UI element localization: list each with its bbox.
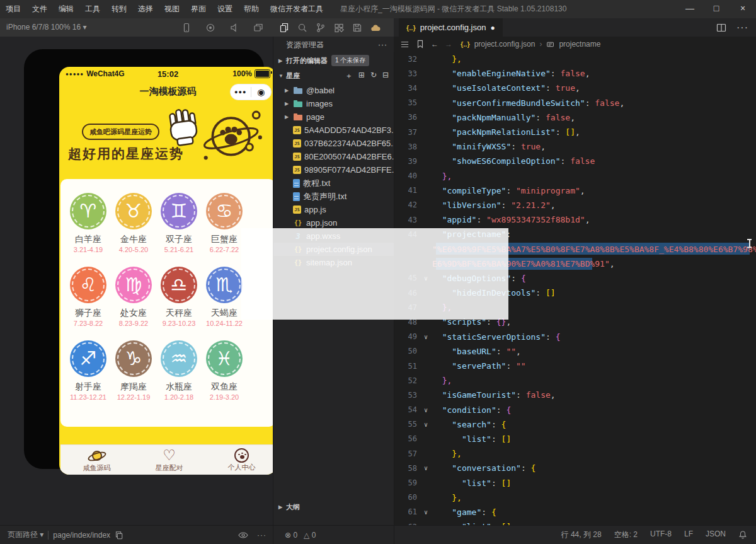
fold-chevron-icon[interactable]: ∨: [420, 421, 432, 428]
phone-icon[interactable]: [181, 23, 192, 33]
zodiac-item[interactable]: ♏ 天蝎座 10.24-11.22: [202, 267, 247, 327]
file-row[interactable]: ▶ 教程.txt: [273, 177, 394, 190]
record-icon[interactable]: [205, 23, 215, 33]
mute-icon[interactable]: [229, 23, 239, 33]
status-item[interactable]: JSON: [706, 530, 726, 540]
breadcrumb-symbol[interactable]: projectname: [559, 40, 600, 49]
zodiac-item[interactable]: ♌ 狮子座 7.23-8.22: [66, 267, 111, 327]
file-icon: [293, 99, 303, 109]
menu-item[interactable]: 视图: [159, 0, 185, 18]
collapse-all-icon[interactable]: ⊟: [382, 71, 389, 81]
menu-item[interactable]: 项目: [0, 0, 26, 18]
zodiac-item[interactable]: ♎ 天秤座 9.23-10.23: [156, 267, 202, 327]
explorer-files-icon[interactable]: [279, 23, 289, 33]
new-file-icon[interactable]: ＋: [345, 71, 353, 81]
git-branch-icon[interactable]: [316, 23, 326, 33]
more-icon[interactable]: ···: [257, 531, 266, 540]
fold-chevron-icon[interactable]: ∨: [420, 509, 432, 516]
line-number: 42: [394, 200, 420, 209]
bookmark-icon[interactable]: [416, 40, 425, 49]
fold-chevron-icon[interactable]: ∨: [420, 465, 432, 472]
code-line: 32 ∨ },: [394, 52, 756, 66]
copy-path-icon[interactable]: [115, 531, 123, 540]
tabbar-item[interactable]: 星座配对: [147, 448, 192, 475]
zodiac-item[interactable]: ♍ 处女座 8.23-9.22: [111, 267, 156, 327]
white-overlay: [241, 228, 508, 320]
fold-chevron-icon[interactable]: ∨: [420, 333, 432, 340]
new-folder-icon[interactable]: ⊞: [358, 71, 365, 81]
zodiac-item[interactable]: ♉ 金牛座 4.20-5.20: [111, 193, 156, 253]
more-actions-icon[interactable]: ···: [736, 22, 748, 33]
file-row[interactable]: ▶ JS 037B622374AD42BF65...: [273, 137, 394, 150]
zodiac-item[interactable]: ♐ 射手座 11.23-12.21: [66, 340, 111, 401]
close-target-icon[interactable]: ◉: [251, 88, 272, 96]
split-editor-icon[interactable]: [716, 23, 726, 33]
hamburger-menu-icon[interactable]: [400, 40, 410, 49]
search-icon[interactable]: [297, 23, 307, 33]
refresh-icon[interactable]: ↻: [370, 71, 377, 81]
problems-indicator[interactable]: ⊗ 0 △ 0: [285, 526, 316, 544]
menu-item[interactable]: 界面: [185, 0, 212, 18]
file-row[interactable]: ▶ JS app.js: [273, 203, 394, 216]
file-icon: JS: [293, 153, 301, 161]
status-item[interactable]: LF: [684, 530, 693, 540]
multi-window-icon[interactable]: [253, 23, 263, 33]
file-icon: JS: [293, 126, 301, 134]
menu-item[interactable]: 编辑: [53, 0, 79, 18]
zodiac-item[interactable]: ♒ 水瓶座 1.20-2.18: [156, 340, 202, 401]
zodiac-item[interactable]: ♈ 白羊座 3.21-4.19: [66, 193, 111, 253]
file-row[interactable]: ▶ JS 80E2005074AD42BFE6...: [273, 150, 394, 163]
zodiac-item[interactable]: ♓ 双鱼座 2.19-3.20: [202, 340, 247, 401]
back-arrow-icon[interactable]: ←: [431, 40, 438, 49]
zodiac-item[interactable]: ♑ 摩羯座 12.22-1.19: [111, 340, 156, 401]
eye-icon[interactable]: [238, 531, 248, 540]
device-selector[interactable]: iPhone 6/7/8 100% 16 ▾: [6, 18, 86, 37]
code-line: 37 ∨ "packNpmRelationList": [],: [394, 125, 756, 139]
project-section[interactable]: ▼ 星座 ＋ ⊞ ↻ ⊟: [273, 68, 394, 83]
bell-icon[interactable]: [738, 530, 747, 540]
outline-section[interactable]: ▶ 大纲: [273, 500, 394, 514]
file-row[interactable]: ▶ page: [273, 110, 394, 124]
file-row[interactable]: ▶ JS 98905F0774AD42BFFE...: [273, 163, 394, 177]
menu-item[interactable]: 选择: [132, 0, 159, 18]
zodiac-name: 双鱼座: [202, 381, 247, 393]
page-path-selector[interactable]: 页面路径 ▾: [8, 530, 43, 540]
file-row[interactable]: ▶ @babel: [273, 84, 394, 97]
menu-item[interactable]: 设置: [212, 0, 238, 18]
file-row[interactable]: ▶ JS 5A4ADDD574AD42BF3...: [273, 124, 394, 137]
menu-item[interactable]: 帮助: [238, 0, 265, 18]
tabbar-item[interactable]: 咸鱼源码: [75, 448, 119, 475]
divider: [48, 531, 49, 540]
explorer-more-icon[interactable]: ···: [378, 40, 387, 49]
fold-chevron-icon[interactable]: ∨: [420, 407, 432, 414]
zodiac-item[interactable]: ♊ 双子座 5.21-6.21: [156, 193, 202, 253]
code-text: "enableEngineNative": false,: [432, 69, 590, 78]
zodiac-item[interactable]: ♋ 巨蟹座 6.22-7.22: [202, 193, 247, 253]
status-item[interactable]: 空格: 2: [614, 530, 638, 540]
more-menu-icon[interactable]: ●●●: [231, 89, 251, 95]
text-cursor-icon: [747, 238, 752, 248]
menu-item[interactable]: 微信开发者工具: [265, 0, 329, 18]
cloud-dev-icon[interactable]: [370, 23, 381, 33]
minimize-button[interactable]: —: [677, 0, 703, 18]
line-number: 55: [394, 420, 420, 429]
tab-project-config-json[interactable]: {..} project.config.json ●: [399, 18, 503, 37]
file-row[interactable]: ▶ images: [273, 97, 394, 110]
maximize-button[interactable]: □: [703, 0, 730, 18]
extensions-icon[interactable]: [334, 23, 344, 33]
tabbar-item[interactable]: 个人中心: [220, 448, 264, 475]
unsaved-dot-icon[interactable]: ●: [490, 23, 495, 32]
forward-arrow-icon[interactable]: →: [445, 40, 452, 49]
save-icon[interactable]: [352, 23, 362, 33]
menu-item[interactable]: 工具: [79, 0, 106, 18]
close-button[interactable]: ×: [730, 0, 756, 18]
chevron-right-icon: ▶: [278, 504, 286, 510]
menu-item[interactable]: 转到: [106, 0, 132, 18]
status-item[interactable]: UTF-8: [650, 530, 672, 540]
breadcrumb-file[interactable]: project.config.json: [474, 40, 536, 49]
file-row[interactable]: ▶ 免责声明.txt: [273, 190, 394, 203]
file-row[interactable]: ▶ {} app.json: [273, 216, 394, 229]
menu-item[interactable]: 文件: [26, 0, 53, 18]
status-item[interactable]: 行 44, 列 28: [561, 530, 602, 540]
open-editors-section[interactable]: ▶ 打开的编辑器 1 个未保存: [273, 53, 394, 68]
